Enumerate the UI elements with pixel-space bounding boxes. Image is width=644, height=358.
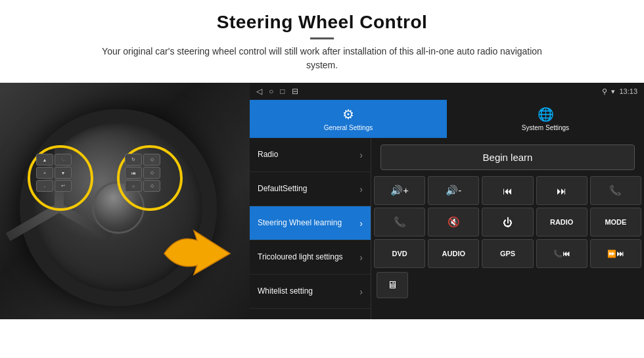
chevron-right-icon: › [359, 286, 363, 297]
sw-btn: - [36, 180, 53, 192]
sw-btn: ▼ [55, 167, 72, 179]
tab-general-settings[interactable]: ⚙ General Settings [250, 100, 447, 138]
ff-btn[interactable]: ⏩⏭ [590, 239, 641, 268]
home-icon: ○ [269, 87, 273, 96]
icon-row: 🖥 [374, 271, 641, 300]
button-cluster-left: ▲ 📞 + ▼ - ↩ [36, 154, 72, 192]
tab-general-label: General Settings [324, 124, 373, 131]
steering-wheel-image: ▲ 📞 + ▼ - ↩ ↻ ◇ ⏮ ◇ ○ ◇ [0, 83, 250, 319]
phone-answer-btn[interactable]: 📞 [374, 208, 425, 236]
sw-btn: ◇ [143, 167, 160, 179]
time-display: 13:13 [619, 87, 637, 95]
audio-btn[interactable]: AUDIO [428, 239, 479, 268]
prev-track-btn[interactable]: ⏮ [482, 176, 533, 205]
content-area: ▲ 📞 + ▼ - ↩ ↻ ◇ ⏮ ◇ ○ ◇ [0, 83, 644, 319]
settings-menu: Radio › DefaultSetting › Steering Wheel … [250, 138, 371, 319]
status-bar-left: ◁ ○ □ ⊟ [256, 87, 298, 96]
header: Steering Wheel Control Your original car… [85, 0, 559, 76]
gps-btn[interactable]: GPS [482, 239, 533, 268]
controls-row-3: DVD AUDIO GPS 📞⏮ ⏩⏭ [374, 239, 641, 268]
menu-item-radio[interactable]: Radio › [250, 138, 371, 172]
android-ui: ◁ ○ □ ⊟ ⚲ ▾ 13:13 ⚙ General Settings [250, 83, 644, 319]
wifi-icon: ▾ [611, 87, 615, 96]
tab-system-label: System Settings [522, 124, 569, 131]
menu-tricoloured-label: Tricoloured light settings [258, 252, 343, 263]
mode-btn[interactable]: MODE [590, 208, 641, 236]
sw-btn: ↩ [55, 180, 72, 192]
phone-btn[interactable]: 📞 [590, 176, 641, 205]
sw-btn: ◇ [143, 154, 160, 166]
header-description: Your original car's steering wheel contr… [85, 45, 559, 72]
menu-item-tricoloured[interactable]: Tricoloured light settings › [250, 240, 371, 275]
tab-system-settings[interactable]: 🌐 System Settings [447, 100, 644, 138]
phone-prev-btn[interactable]: 📞⏮ [536, 239, 587, 268]
begin-learn-button[interactable]: Begin learn [380, 145, 635, 170]
chevron-right-icon: › [359, 150, 363, 160]
chevron-right-icon: › [359, 252, 363, 263]
system-settings-icon: 🌐 [538, 106, 554, 122]
sw-btn: + [36, 167, 53, 179]
volume-down-btn[interactable]: 🔊- [428, 176, 479, 205]
chevron-right-icon: › [359, 184, 363, 194]
chevron-right-icon: › [359, 218, 363, 229]
begin-learn-row: Begin learn [374, 141, 641, 173]
status-bar: ◁ ○ □ ⊟ ⚲ ▾ 13:13 [250, 83, 644, 100]
radio-btn[interactable]: RADIO [536, 208, 587, 236]
header-divider [310, 37, 334, 39]
volume-up-btn[interactable]: 🔊+ [374, 176, 425, 205]
controls-row-2: 📞 🔇 ⏻ RADIO MODE [374, 208, 641, 236]
menu-whitelist-label: Whitelist setting [258, 286, 313, 297]
next-track-btn[interactable]: ⏭ [536, 176, 587, 205]
menu-icon: ⊟ [292, 87, 298, 96]
status-bar-right: ⚲ ▾ 13:13 [602, 87, 637, 96]
sw-btn: 📞 [55, 154, 72, 166]
page-title: Steering Wheel Control [85, 12, 559, 33]
menu-default-label: DefaultSetting [258, 184, 307, 194]
menu-item-whitelist[interactable]: Whitelist setting › [250, 275, 371, 309]
general-settings-icon: ⚙ [342, 106, 354, 122]
page-wrapper: Steering Wheel Control Your original car… [0, 0, 644, 358]
dvd-btn[interactable]: DVD [374, 239, 425, 268]
menu-swlearning-label: Steering Wheel learning [258, 218, 342, 229]
recents-icon: □ [280, 87, 285, 96]
menu-item-swlearning[interactable]: Steering Wheel learning › [250, 206, 371, 240]
display-btn[interactable]: 🖥 [377, 272, 408, 298]
sw-btn: ○ [125, 180, 142, 192]
menu-radio-label: Radio [258, 150, 278, 160]
main-content: Radio › DefaultSetting › Steering Wheel … [250, 138, 644, 319]
sw-btn: ◇ [143, 180, 160, 192]
mute-btn[interactable]: 🔇 [428, 208, 479, 236]
sw-btn: ⏮ [125, 167, 142, 179]
controls-row-1: 🔊+ 🔊- ⏮ ⏭ 📞 [374, 176, 641, 205]
menu-item-defaultsetting[interactable]: DefaultSetting › [250, 172, 371, 206]
location-icon: ⚲ [602, 87, 607, 96]
arrow-overlay [158, 227, 237, 280]
back-icon: ◁ [256, 87, 262, 96]
control-panel: Begin learn 🔊+ 🔊- ⏮ ⏭ 📞 📞 🔇 ⏻ [371, 138, 644, 319]
button-cluster-right: ↻ ◇ ⏮ ◇ ○ ◇ [125, 154, 160, 192]
sw-btn: ↻ [125, 154, 142, 166]
sw-btn: ▲ [36, 154, 53, 166]
power-btn[interactable]: ⏻ [482, 208, 533, 236]
tabs-row: ⚙ General Settings 🌐 System Settings [250, 100, 644, 138]
